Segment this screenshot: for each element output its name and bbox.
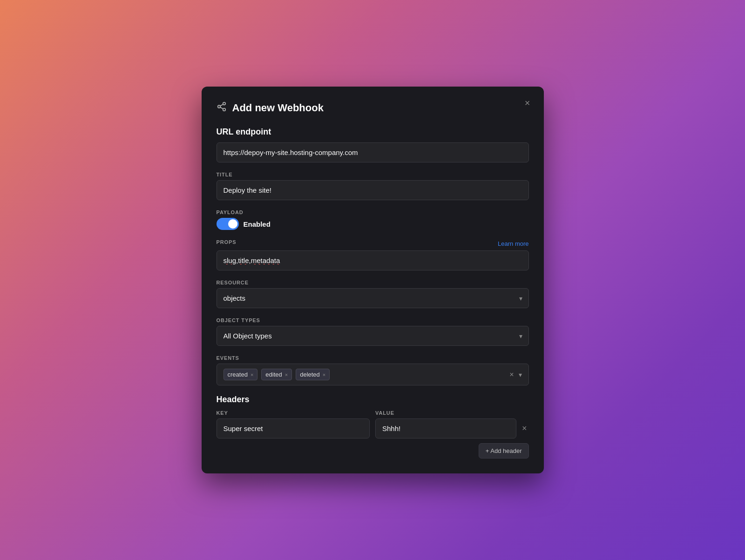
- title-field-group: TITLE: [217, 172, 529, 200]
- event-tag-created: created ×: [224, 369, 258, 380]
- svg-line-3: [220, 107, 223, 109]
- title-input[interactable]: [217, 180, 529, 200]
- headers-grid: KEY VALUE ×: [217, 410, 529, 439]
- svg-line-4: [220, 104, 223, 106]
- object-types-select[interactable]: All Object types: [217, 326, 529, 346]
- events-actions: × ▾: [509, 371, 522, 379]
- resource-select[interactable]: objects media users: [217, 288, 529, 308]
- props-header: PROPS Learn more: [217, 239, 529, 248]
- learn-more-link[interactable]: Learn more: [498, 240, 528, 247]
- headers-section: Headers KEY VALUE × + Add header: [217, 395, 529, 459]
- header-value-label: VALUE: [375, 410, 529, 416]
- webhook-modal: × Add new Webhook URL endpoint TITLE PAY…: [202, 87, 544, 473]
- event-tag-edited-remove[interactable]: ×: [285, 372, 288, 378]
- url-endpoint-label: URL endpoint: [217, 127, 529, 137]
- object-types-label: OBJECT TYPES: [217, 317, 529, 323]
- event-tag-edited-label: edited: [265, 371, 282, 378]
- header-value-input[interactable]: [375, 418, 516, 439]
- resource-label: RESOURCE: [217, 280, 529, 285]
- header-key-input[interactable]: [217, 418, 370, 439]
- props-label: PROPS: [217, 239, 237, 245]
- payload-row: Enabled: [217, 218, 529, 230]
- object-types-field-group: OBJECT TYPES All Object types ▾: [217, 317, 529, 346]
- event-tag-deleted: deleted ×: [296, 369, 330, 380]
- webhook-icon: [217, 101, 227, 114]
- resource-select-wrapper: objects media users ▾: [217, 288, 529, 308]
- header-value-row: ×: [375, 418, 529, 439]
- add-header-label: + Add header: [486, 447, 522, 454]
- header-key-label: KEY: [217, 410, 370, 416]
- event-tag-edited: edited ×: [261, 369, 292, 380]
- remove-header-button[interactable]: ×: [520, 422, 529, 435]
- url-endpoint-input[interactable]: [217, 142, 529, 162]
- add-header-row: + Add header: [217, 439, 529, 459]
- toggle-thumb: [228, 219, 237, 229]
- header-key-col: KEY: [217, 410, 370, 439]
- event-tag-created-label: created: [228, 371, 248, 378]
- events-field-group: EVENTS created × edited × deleted × × ▾: [217, 355, 529, 385]
- props-field-group: PROPS Learn more: [217, 239, 529, 270]
- header-value-col: VALUE ×: [375, 410, 529, 439]
- add-header-button[interactable]: + Add header: [479, 443, 529, 459]
- events-clear-button[interactable]: ×: [509, 371, 514, 379]
- event-tag-deleted-label: deleted: [300, 371, 320, 378]
- close-button[interactable]: ×: [521, 96, 535, 110]
- modal-header: Add new Webhook: [217, 101, 529, 114]
- url-endpoint-group: [217, 142, 529, 162]
- payload-label: PAYLOAD: [217, 209, 529, 215]
- event-tag-created-remove[interactable]: ×: [251, 372, 253, 378]
- title-label: TITLE: [217, 172, 529, 177]
- props-input[interactable]: [217, 250, 529, 270]
- events-chevron-icon[interactable]: ▾: [519, 371, 522, 378]
- modal-title: Add new Webhook: [232, 102, 324, 114]
- events-container[interactable]: created × edited × deleted × × ▾: [217, 364, 529, 385]
- headers-title: Headers: [217, 395, 529, 405]
- resource-field-group: RESOURCE objects media users ▾: [217, 280, 529, 308]
- object-types-select-wrapper: All Object types ▾: [217, 326, 529, 346]
- payload-toggle[interactable]: [217, 218, 239, 230]
- payload-field-group: PAYLOAD Enabled: [217, 209, 529, 230]
- payload-enabled-label: Enabled: [244, 220, 271, 228]
- events-label: EVENTS: [217, 355, 529, 361]
- event-tag-deleted-remove[interactable]: ×: [323, 372, 325, 378]
